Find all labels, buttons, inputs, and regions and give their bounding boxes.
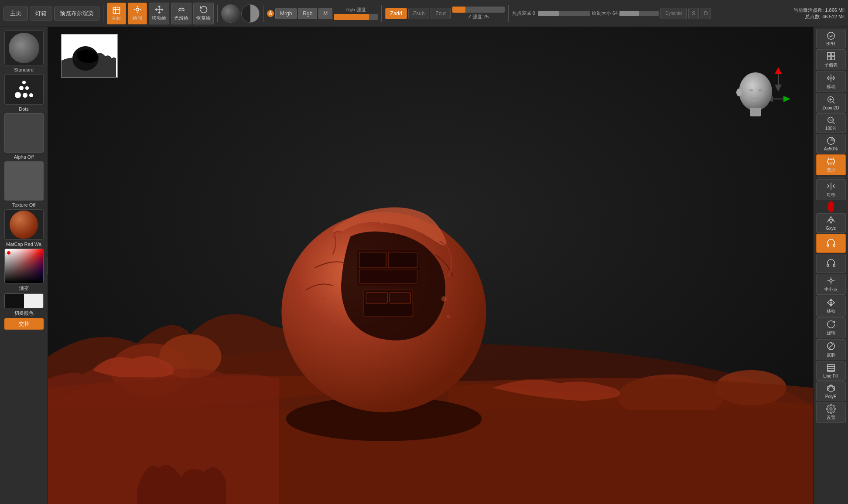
- bpr-label: BPR: [826, 41, 835, 46]
- dots-row-2: [19, 86, 29, 90]
- alpha-preview[interactable]: [4, 113, 44, 153]
- deform-button[interactable]: 变形: [816, 154, 846, 175]
- draw-button[interactable]: 绘制: [128, 3, 147, 24]
- active-point-count: 当前激活点数: 1.866 Mil: [793, 7, 845, 14]
- zoom100-label: 100%: [825, 126, 837, 131]
- pan-button[interactable]: 移动: [816, 71, 846, 92]
- move-button[interactable]: 移动绘: [149, 3, 169, 24]
- red-toggle[interactable]: [828, 201, 834, 212]
- yin-yang-preview: [241, 4, 260, 23]
- dots-row-1: [22, 81, 26, 84]
- gxyz-button[interactable]: Gxyz: [816, 213, 846, 233]
- settings-button[interactable]: 设置: [816, 402, 846, 423]
- dots-preview[interactable]: [4, 74, 44, 105]
- right-sidebar: BPR 子侧表 移动: [813, 27, 848, 504]
- polyf-button[interactable]: PolyF: [816, 381, 846, 401]
- svg-rect-68: [827, 264, 828, 267]
- zoom2d-button[interactable]: Zoom2D: [816, 93, 846, 112]
- recover-button[interactable]: 恢复绘: [193, 3, 214, 24]
- rgb-strength-slider[interactable]: [334, 14, 378, 20]
- brush-ball: [9, 33, 39, 63]
- z-mode-group: Zadd Zsub Zcut: [385, 8, 450, 19]
- matcap-label: MatCap Red Wa: [6, 242, 41, 247]
- svg-point-27: [326, 279, 330, 283]
- brush-preview[interactable]: [4, 31, 44, 65]
- deform-label: 变形: [827, 167, 835, 173]
- svg-rect-49: [831, 57, 834, 60]
- skin-button[interactable]: 皮肤: [816, 339, 846, 360]
- svg-rect-67: [833, 244, 835, 247]
- divider-3: [263, 5, 263, 22]
- mrgb-button[interactable]: Mrgb: [275, 8, 297, 19]
- smooth-button[interactable]: 光滑绘: [171, 3, 191, 24]
- settings-label: 设置: [827, 415, 835, 421]
- brush-label: Standard: [14, 67, 34, 72]
- bpr-button[interactable]: BPR: [816, 29, 846, 48]
- rotate-label: 旋转: [827, 330, 835, 336]
- z-strength-fill: [452, 7, 465, 13]
- z-strength-slider[interactable]: [452, 7, 505, 13]
- a-badge[interactable]: A: [267, 10, 274, 17]
- ac50-button[interactable]: Ac50%: [816, 134, 846, 153]
- matcap-ball: [10, 211, 38, 239]
- switch-color-label: 切换颜色: [14, 310, 34, 317]
- svg-point-28: [322, 297, 325, 300]
- sub-palette-button[interactable]: 子侧表: [816, 49, 846, 70]
- zoom100-button[interactable]: 100 100%: [816, 113, 846, 133]
- preview-button[interactable]: 预览布尔渲染: [54, 7, 99, 20]
- draw-size-slider[interactable]: [619, 11, 659, 16]
- rgb-button[interactable]: Rgb: [298, 8, 317, 19]
- divider-2: [217, 5, 218, 22]
- lightbox-button[interactable]: 灯箱: [30, 7, 52, 20]
- head-model-preview[interactable]: [735, 71, 776, 121]
- texture-off-label: Texture Off: [12, 202, 36, 208]
- rotate-button[interactable]: 旋转: [816, 317, 846, 338]
- swap-button[interactable]: 交替: [4, 318, 44, 330]
- linefill-button[interactable]: Line Fill: [816, 361, 846, 381]
- dot: [23, 93, 27, 98]
- focal-slider[interactable]: [538, 11, 590, 16]
- zadd-button[interactable]: Zadd: [385, 8, 407, 19]
- move2-label: 移动: [827, 308, 835, 314]
- gradient-swatch[interactable]: [4, 293, 44, 308]
- dynamic-button[interactable]: Dynamic: [660, 8, 687, 19]
- m-button[interactable]: M: [318, 8, 332, 19]
- main-content: Standard Dots Alpha: [0, 27, 848, 504]
- zsub-button[interactable]: Zsub: [408, 8, 430, 19]
- total-point-count: 总点数: 46.512 Mil: [805, 14, 845, 20]
- focal-label: 焦点衰减 0: [512, 10, 535, 17]
- svg-point-45: [827, 32, 834, 40]
- edit-button[interactable]: Edit: [107, 3, 126, 24]
- stroke-selector[interactable]: [221, 4, 239, 23]
- focal-fill: [538, 11, 559, 16]
- symmetry-label: 对称: [827, 192, 835, 198]
- svg-rect-23: [359, 270, 417, 283]
- color-mode-group: A Mrgb Rgb M: [267, 8, 332, 19]
- move2-button[interactable]: 移动: [816, 296, 846, 317]
- svg-point-44: [736, 89, 742, 96]
- center-point-button[interactable]: 中心点: [816, 274, 846, 295]
- dot: [19, 86, 24, 90]
- symmetry-button[interactable]: 对称: [816, 179, 846, 200]
- texture-preview[interactable]: [4, 161, 44, 201]
- color-picker[interactable]: [4, 249, 44, 283]
- ac50-label: Ac50%: [824, 146, 838, 151]
- zoom2d-label: Zoom2D: [822, 106, 839, 110]
- svg-point-40: [739, 72, 772, 111]
- headphone-button[interactable]: [816, 234, 846, 253]
- svg-rect-69: [833, 264, 835, 267]
- matcap-preview[interactable]: [4, 209, 44, 240]
- divider-1: [103, 5, 103, 22]
- svg-rect-0: [113, 7, 120, 14]
- s-button[interactable]: S: [688, 8, 699, 19]
- headphone2-button[interactable]: [816, 254, 846, 273]
- yin-yang-selector[interactable]: [241, 4, 260, 23]
- head-svg: [735, 71, 776, 121]
- viewport[interactable]: [48, 27, 813, 504]
- zcut-button[interactable]: Zcut: [431, 8, 450, 19]
- svg-point-75: [830, 302, 832, 303]
- top-toolbar: 主页 灯箱 预览布尔渲染 Edit 绘制 移动绘: [0, 0, 848, 27]
- d-button[interactable]: D: [701, 8, 711, 19]
- home-button[interactable]: 主页: [3, 7, 28, 20]
- svg-point-30: [447, 315, 450, 318]
